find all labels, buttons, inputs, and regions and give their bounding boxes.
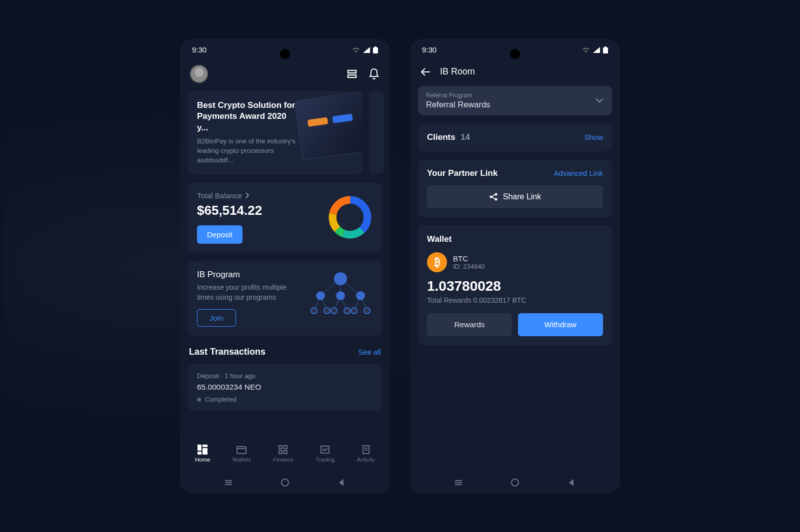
news-title: Best Crypto Solution for Payments Award … [197, 100, 299, 134]
ib-desc: Increase your profits multiple times usi… [197, 283, 297, 302]
svg-rect-33 [279, 446, 282, 449]
balance-label-row[interactable]: Total Balance [197, 191, 262, 200]
avatar[interactable] [190, 65, 208, 83]
referral-dropdown[interactable]: Referral Program Referral Rewards [418, 86, 612, 115]
deposit-button[interactable]: Deposit [197, 225, 242, 244]
ib-program-card: IB Program Increase your profits multipl… [188, 261, 382, 336]
ib-header: IB Room [410, 61, 620, 86]
bell-icon[interactable] [368, 68, 380, 80]
withdraw-button[interactable]: Withdraw [518, 313, 603, 336]
btc-icon: ₿ [427, 252, 447, 272]
dropdown-value: Referral Rewards [426, 100, 490, 109]
receipt-icon [361, 445, 371, 455]
nav-wallets[interactable]: Wallets [232, 445, 251, 463]
nav-label: Finance [273, 457, 294, 463]
transactions-header: Last Transactions See all [188, 344, 382, 364]
signal-icon [363, 47, 370, 53]
nav-activity[interactable]: Activity [357, 445, 375, 463]
svg-point-20 [336, 291, 345, 300]
chevron-down-icon [595, 98, 604, 103]
tx-status: Completed [197, 396, 373, 403]
svg-point-24 [331, 308, 337, 314]
balance-card: Total Balance $65,514.22 Deposit [188, 182, 382, 253]
svg-point-18 [334, 272, 347, 285]
svg-rect-1 [374, 46, 376, 47]
share-link-button[interactable]: Share Link [427, 185, 603, 208]
svg-rect-3 [348, 75, 356, 77]
svg-rect-0 [373, 47, 378, 53]
page-title: IB Room [440, 66, 475, 77]
sys-home-icon[interactable] [280, 478, 290, 488]
camera-notch [510, 49, 520, 59]
svg-rect-35 [279, 451, 282, 454]
sys-back-icon[interactable] [566, 478, 576, 488]
svg-rect-34 [284, 446, 287, 449]
home-icon [198, 445, 208, 455]
balance-donut-chart [327, 194, 373, 240]
balance-label: Total Balance [197, 191, 242, 200]
wallet-title: Wallet [427, 234, 603, 244]
svg-rect-32 [237, 447, 246, 454]
tx-amount: 65.00003234 NEO [197, 383, 373, 392]
sys-back-icon[interactable] [336, 478, 346, 488]
sys-recent-icon[interactable] [454, 478, 464, 488]
scan-icon[interactable] [346, 68, 358, 80]
battery-icon [373, 46, 378, 53]
nav-label: Wallets [232, 457, 251, 463]
network-tree-icon [308, 270, 373, 320]
wallet-rewards-text: Total Rewards 0.00232817 BTC [427, 296, 603, 304]
clients-card: Clients 14 Show [418, 123, 612, 151]
back-arrow-icon[interactable] [420, 66, 432, 78]
news-card[interactable]: Best Crypto Solution for Payments Award … [188, 91, 363, 174]
grid-icon [278, 445, 288, 455]
svg-point-27 [364, 308, 370, 314]
wallet-icon [236, 445, 246, 455]
clients-count: 14 [460, 132, 470, 142]
partner-link-card: Your Partner Link Advanced Link Share Li… [418, 159, 612, 217]
nav-label: Home [195, 457, 210, 463]
nav-home[interactable]: Home [195, 445, 210, 463]
transactions-title: Last Transactions [189, 347, 266, 357]
dropdown-label: Referral Program [426, 92, 490, 99]
nav-label: Activity [357, 457, 375, 463]
share-label: Share Link [503, 192, 542, 201]
svg-rect-28 [198, 445, 202, 451]
coin-name: BTC [453, 254, 485, 263]
balance-amount: $65,514.22 [197, 203, 262, 218]
bottom-nav: Home Wallets Finance Trading Activity [180, 436, 390, 472]
system-nav [410, 472, 620, 494]
svg-point-44 [494, 198, 497, 200]
nav-finance[interactable]: Finance [273, 445, 294, 463]
svg-point-42 [490, 195, 492, 198]
tx-meta: Deposit · 1 hour ago [197, 372, 373, 380]
sys-home-icon[interactable] [510, 478, 520, 488]
sys-recent-icon[interactable] [224, 478, 234, 488]
advanced-link[interactable]: Advanced Link [554, 169, 603, 177]
svg-point-19 [316, 291, 325, 300]
news-card-peek[interactable] [369, 91, 384, 174]
status-time: 9:30 [422, 45, 436, 54]
nav-trading[interactable]: Trading [316, 445, 335, 463]
svg-rect-36 [284, 451, 287, 454]
rewards-button[interactable]: Rewards [427, 313, 512, 336]
svg-rect-30 [202, 448, 208, 455]
svg-point-43 [494, 193, 497, 195]
wallet-card: Wallet ₿ BTC ID: 234940 1.03780028 Total… [418, 225, 612, 345]
phone-home: 9:30 Best Crypto Solution for Payments A… [180, 39, 390, 494]
svg-rect-40 [603, 47, 608, 53]
clients-label: Clients [427, 132, 456, 142]
svg-point-26 [351, 308, 357, 314]
show-link[interactable]: Show [584, 133, 603, 141]
wifi-icon [352, 47, 360, 53]
chevron-right-icon [245, 192, 249, 198]
join-button[interactable]: Join [197, 309, 236, 327]
see-all-link[interactable]: See all [358, 348, 381, 356]
phone-ib-room: 9:30 IB Room Referral Program Referral R… [410, 39, 620, 494]
system-nav [180, 472, 390, 494]
svg-point-21 [356, 291, 365, 300]
svg-point-39 [282, 479, 288, 486]
transaction-item[interactable]: Deposit · 1 hour ago 65.00003234 NEO Com… [188, 364, 382, 411]
svg-point-45 [512, 479, 518, 486]
partner-title: Your Partner Link [427, 168, 498, 178]
chart-icon [320, 445, 330, 455]
